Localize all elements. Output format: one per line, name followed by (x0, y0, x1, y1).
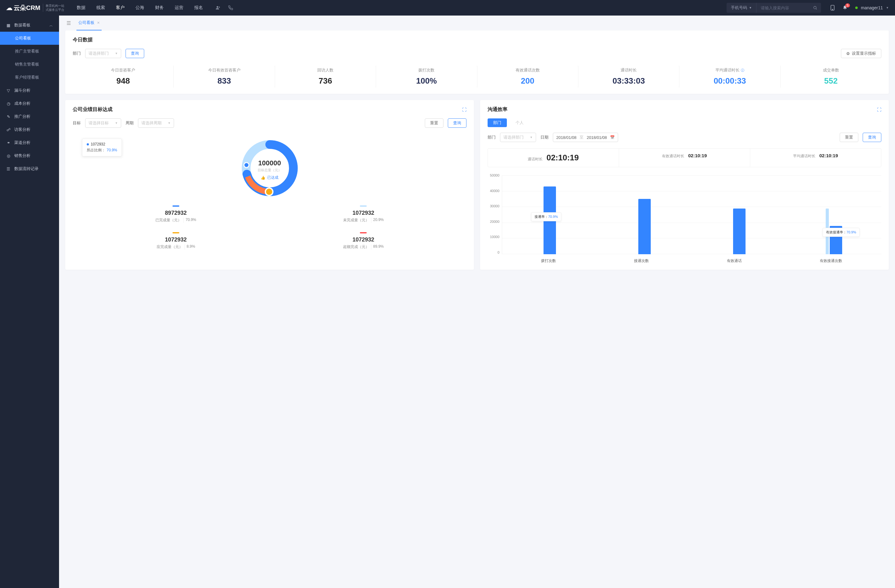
info-icon[interactable]: ⓘ (741, 68, 744, 73)
stat-value: 00:00:33 (679, 76, 780, 86)
notification-badge: 5 (845, 3, 850, 8)
connect-rate-label: 接通率：70.9% (531, 212, 561, 221)
list-icon: ☰ (6, 167, 11, 171)
period-label: 周期 (126, 120, 133, 126)
logo[interactable]: ☁ 云朵CRM 教育机构一站 式服务云平台 (6, 4, 64, 12)
settings-button[interactable]: ⚙ 设置显示指标 (841, 49, 881, 58)
legend-item: 1072932 未完成量（元）20.9% (273, 205, 454, 223)
stat-label: 有效通话次数 (477, 67, 578, 73)
sidebar-item[interactable]: ▽漏斗分析 (0, 84, 59, 97)
chevron-up-icon: ︿ (49, 23, 53, 28)
chevron-down-icon: ▼ (115, 52, 118, 55)
nav-item-3[interactable]: 公海 (135, 5, 144, 11)
dept-select[interactable]: 请选择部门▼ (500, 133, 536, 142)
notification-button[interactable]: 5 (842, 5, 848, 10)
query-button[interactable]: 查询 (126, 49, 144, 58)
legend-value: 1072932 (85, 236, 267, 243)
sidebar-item-label: 访客分析 (14, 127, 30, 132)
header-action-icons (215, 5, 233, 10)
chevron-down-icon: ▼ (886, 6, 889, 9)
date-range-input[interactable]: 2018/01/08 至 2018/01/08 📅 (553, 133, 618, 142)
top-nav: 数据线索客户公海财务运营报名 (77, 5, 203, 11)
sidebar-item[interactable]: 公司看板 (0, 32, 59, 45)
bar-chart: 50000400003000020000100000 4300035000290… (488, 173, 881, 264)
nav-item-1[interactable]: 线索 (96, 5, 105, 11)
today-controls: 部门 请选择部门 ▼ 查询 ⚙ 设置显示指标 (73, 49, 881, 58)
sidebar-item[interactable]: ✎推广分析 (0, 110, 59, 123)
nav-item-0[interactable]: 数据 (77, 5, 85, 11)
sidebar-item[interactable]: ⚭渠道分析 (0, 136, 59, 149)
dept-select[interactable]: 请选择部门 ▼ (85, 49, 121, 58)
legend-bar-icon (360, 205, 367, 207)
search-type-select[interactable]: 手机号码 ▼ (727, 3, 756, 13)
efficiency-title: 沟通效率 (488, 106, 507, 113)
add-user-icon[interactable] (215, 5, 220, 10)
svg-point-8 (244, 162, 249, 168)
goal-select[interactable]: 请选择目标▼ (85, 118, 121, 128)
sidebar-item[interactable]: ◎销售分析 (0, 149, 59, 162)
query-button[interactable]: 查询 (448, 118, 466, 128)
time-label: 通话时长 (528, 157, 543, 162)
stat-cell: 平均通话时长ⓘ00:00:33 (679, 65, 780, 88)
sidebar-item-label: 推广分析 (14, 114, 30, 119)
stat-cell: 回访人数736 (275, 65, 376, 88)
tab-label: 公司看板 (78, 20, 94, 26)
svg-point-7 (265, 188, 273, 195)
donut-subtitle: 目标总量（元） (258, 168, 282, 173)
close-icon[interactable]: ✕ (97, 21, 100, 25)
segment-button[interactable]: 部门 (488, 118, 507, 127)
thumbsup-icon: 👍 (261, 176, 265, 180)
settings-label: 设置显示指标 (852, 51, 876, 56)
effective-rate-label: 有效接通率：70.9% (822, 228, 860, 237)
donut-tag: 👍 已达成 (258, 175, 282, 180)
sidebar-item[interactable]: ☰数据流转记录 (0, 162, 59, 175)
sidebar-item[interactable]: 销售主管看板 (0, 58, 59, 71)
goal-label: 目标 (73, 120, 81, 126)
sidebar-group-dashboard[interactable]: ▦ 数据看板 ︿ (0, 19, 59, 32)
stat-label: 成交单数 (781, 67, 881, 73)
mobile-icon[interactable] (830, 5, 835, 11)
nav-item-4[interactable]: 财务 (155, 5, 164, 11)
donut-chart: 1072932 所占比例：70.9% 100000 目标总量（元） (73, 134, 466, 205)
expand-icon[interactable]: ⛶ (462, 107, 466, 112)
legend-label: 未完成量（元）20.9% (273, 218, 454, 223)
period-select[interactable]: 请选择周期▼ (138, 118, 174, 128)
chart-tooltip: 1072932 所占比例：70.9% (82, 139, 122, 156)
nav-item-2[interactable]: 客户 (116, 5, 124, 11)
sidebar-item[interactable]: 推广主管看板 (0, 45, 59, 58)
stat-value: 200 (477, 76, 578, 86)
sidebar-item[interactable]: 客户经理看板 (0, 71, 59, 84)
legend-item: 1072932 超额完成（元）89.9% (273, 232, 454, 250)
expand-icon[interactable]: ⛶ (877, 107, 881, 112)
reset-button[interactable]: 重置 (840, 133, 858, 142)
search-button[interactable] (809, 6, 821, 10)
target-panel: 公司业绩目标达成 ⛶ 目标 请选择目标▼ 周期 请选择周期▼ 重置 查询 (65, 100, 474, 270)
y-tick: 40000 (488, 189, 499, 193)
user-menu[interactable]: manager11 ▼ (855, 5, 889, 10)
stat-label: 今日首咨客户 (73, 67, 173, 73)
nav-item-6[interactable]: 报名 (194, 5, 203, 11)
query-button[interactable]: 查询 (863, 133, 881, 142)
y-axis: 50000400003000020000100000 (488, 173, 502, 254)
y-tick: 30000 (488, 204, 499, 208)
stat-label: 通话时长 (578, 67, 679, 73)
menu-toggle-icon[interactable]: ☰ (67, 20, 71, 26)
phone-icon[interactable] (228, 5, 233, 10)
target-legend: 8972932 已完成量（元）70.9% 1072932 未完成量（元）20.9… (73, 205, 466, 250)
sidebar-item-label: 销售分析 (14, 153, 30, 159)
legend-value: 1072932 (273, 210, 454, 216)
reset-button[interactable]: 重置 (425, 118, 443, 128)
nav-item-5[interactable]: 运营 (174, 5, 184, 11)
time-value: 02:10:19 (688, 153, 707, 158)
segment-button[interactable]: 个人 (510, 118, 529, 127)
stat-value: 736 (275, 76, 376, 86)
search-input[interactable] (756, 3, 809, 12)
stat-label: 今日有效首咨客户 (174, 67, 275, 73)
sidebar-item[interactable]: ☍访客分析 (0, 123, 59, 136)
tab-company-board[interactable]: 公司看板 ✕ (76, 20, 102, 30)
time-value: 02:10:19 (546, 153, 579, 162)
header-right: 5 manager11 ▼ (830, 5, 889, 11)
donut-total: 100000 (258, 159, 282, 167)
sidebar-item[interactable]: ◷成本分析 (0, 97, 59, 110)
bar-group: 18000 (830, 175, 838, 254)
